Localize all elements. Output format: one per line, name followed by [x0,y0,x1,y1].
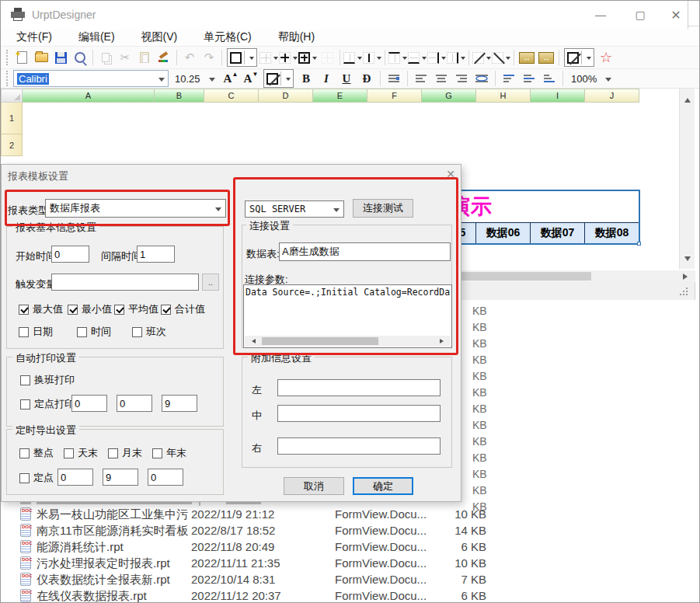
dialog-close-button[interactable]: ✕ [443,168,458,180]
scroll-down-icon[interactable] [684,256,691,264]
valign-middle-button[interactable] [520,69,538,88]
bold-button[interactable]: B [297,69,315,88]
params-horizontal-scrollbar[interactable] [245,336,451,347]
header-center-input[interactable] [277,405,441,422]
checkbox-day-end[interactable]: 天末 [64,446,98,460]
diagonal-up-border-button[interactable] [492,48,510,67]
file-row[interactable]: DOC 污水处理报表定时报表.rpt 2022/11/11 21:35 Form… [1,555,514,571]
checkbox-shift-print[interactable]: 换班打印 [20,373,75,387]
paste-button[interactable] [135,48,154,67]
trigger-var-input[interactable] [51,274,199,291]
underline-button[interactable]: U [337,69,356,88]
decrease-font-button[interactable]: A▼ [242,69,260,88]
wrap-text-button[interactable] [385,69,403,88]
menu-file[interactable]: 文件(F) [16,30,52,44]
menu-cell[interactable]: 单元格(C) [204,30,251,44]
export-second-input[interactable] [148,469,183,486]
font-family-combo[interactable]: Calibri [13,70,169,87]
thick-bottom-border-button[interactable] [408,48,427,67]
checkbox-point-print[interactable]: 定点打印 [20,397,75,411]
cancel-button[interactable]: 取消 [284,477,344,495]
print-second-input[interactable] [162,395,197,412]
increase-font-button[interactable]: A▲ [221,69,240,88]
maximize-button[interactable]: ▢ [627,5,653,24]
zoom-combo[interactable]: 100% [567,70,615,87]
checkbox-shift[interactable]: 班次 [132,325,166,339]
new-file-button[interactable]: ✦ [12,48,31,67]
file-row[interactable]: DOC 米易一枝山功能区工业集中污水处理报表... 2022/11/9 21:1… [1,506,514,522]
sheet-vertical-scrollbar[interactable] [679,89,695,269]
unmerge-cells-button[interactable]: ↔ [537,48,555,67]
data-table-input[interactable] [279,242,451,261]
print-hour-input[interactable] [71,395,107,412]
col-header-A[interactable]: A [23,89,155,103]
checkbox-avg[interactable]: 平均值 [114,302,158,316]
scroll-up-icon[interactable] [684,95,691,103]
scroll-right-icon[interactable] [440,339,446,343]
checkbox-date[interactable]: 日期 [19,325,53,339]
bottom-border-button[interactable] [343,48,362,67]
file-row[interactable]: DOC 仪表数据统计全报表新.rpt 2022/10/14 8:31 FormV… [1,571,514,587]
outer-border-picker[interactable] [227,48,257,67]
print-preview-button[interactable] [71,48,89,67]
all-borders-button[interactable] [298,48,317,67]
close-button[interactable]: ✕ [663,5,689,24]
col-header-D[interactable]: D [259,89,313,103]
minimize-button[interactable]: — [587,5,614,24]
menu-edit[interactable]: 编辑(E) [78,30,115,44]
checkbox-sum[interactable]: 合计值 [161,302,205,316]
connection-test-button[interactable]: 连接测试 [353,199,413,218]
resize-grip-icon[interactable] [679,287,688,296]
checkbox-month-end[interactable]: 月末 [108,446,142,460]
col-header-F[interactable]: F [367,89,422,103]
save-button[interactable] [51,48,70,67]
col-header-J[interactable]: J [585,89,639,103]
checkbox-year-end[interactable]: 年末 [152,446,186,460]
italic-button[interactable]: I [317,69,336,88]
col-header-H[interactable]: H [476,89,531,103]
scrollbar-thumb[interactable] [262,337,378,345]
undo-button[interactable]: ↶ [180,48,199,67]
checkbox-time[interactable]: 时间 [77,325,111,339]
col-header-G[interactable]: G [422,89,476,103]
align-center-button[interactable] [432,69,451,88]
file-row[interactable]: DOC 在线仪表数据报表.rpt 2022/11/12 20:37 FormVi… [1,587,514,603]
row-header-2[interactable]: 2 [1,134,23,156]
format-painter-button[interactable] [155,48,173,67]
header-left-input[interactable] [277,379,441,396]
right-border-button[interactable] [427,48,446,67]
valign-bottom-button[interactable] [540,69,559,88]
scroll-right-icon[interactable] [683,274,691,280]
print-minute-input[interactable] [117,395,152,412]
checkbox-hourly[interactable]: 整点 [19,446,54,460]
export-hour-input[interactable] [57,469,93,486]
scroll-left-icon[interactable] [249,339,256,343]
center-vertical-border-button[interactable] [447,48,465,67]
cell-J2[interactable]: 数据08 [585,222,639,244]
cell-H2[interactable]: 数据06 [476,222,531,244]
menu-help[interactable]: 帮助(H) [278,30,315,44]
inner-borders-button[interactable] [279,48,298,67]
copy-button[interactable] [96,48,115,67]
file-row[interactable]: DOC 南京11市区能源消耗实时看板.rpt 2022/8/17 18:52 F… [1,522,514,539]
file-row[interactable]: DOC 能源消耗统计.rpt 2022/11/8 20:49 FormView.… [1,539,514,555]
checkbox-min[interactable]: 最小值 [68,302,112,316]
start-time-input[interactable] [51,246,89,263]
redo-button[interactable]: ↷ [200,48,218,67]
col-header-I[interactable]: I [531,89,585,103]
row-header-1[interactable]: 1 [1,103,23,134]
header-right-input[interactable] [277,437,441,455]
ok-button[interactable]: 确定 [353,477,413,495]
connection-params-box[interactable]: Data Source=.;Initial Catalog=RecordData… [243,284,452,348]
diagonal-down-border-button[interactable] [472,48,491,67]
merge-cells-button[interactable]: ↔ [517,48,536,67]
col-header-C[interactable]: C [204,89,259,103]
col-header-E[interactable]: E [313,89,367,103]
checkbox-max[interactable]: 最大值 [19,302,63,316]
favorite-button[interactable]: ☆ [597,48,615,67]
top-border-button[interactable] [388,48,407,67]
merge-center-button[interactable] [472,69,491,88]
borders-disabled-button[interactable] [318,48,336,67]
strikethrough-button[interactable]: Đ [357,69,376,88]
open-file-button[interactable] [32,48,50,67]
